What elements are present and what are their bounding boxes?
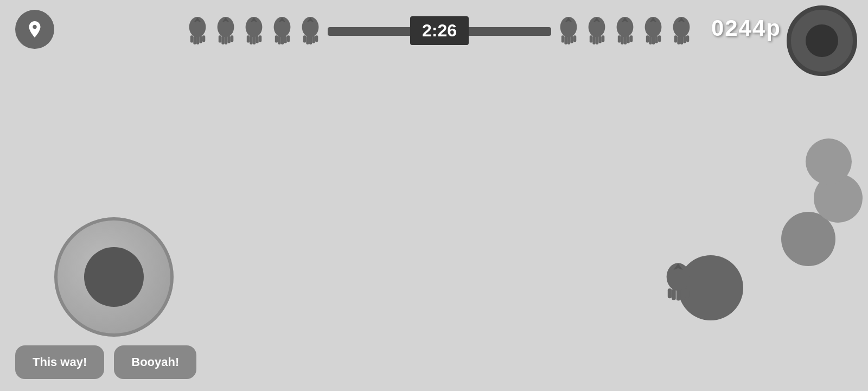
svg-rect-62 [658, 35, 661, 42]
svg-rect-13 [231, 35, 234, 42]
player-circle [54, 217, 174, 337]
svg-rect-61 [655, 36, 658, 43]
svg-rect-33 [312, 36, 315, 43]
svg-rect-16 [247, 35, 250, 42]
player-pupil [84, 247, 144, 307]
svg-rect-72 [668, 288, 672, 298]
progress-bar-container: 2:26 [184, 16, 694, 46]
svg-rect-65 [674, 35, 678, 42]
svg-rect-2 [190, 35, 194, 42]
svg-rect-73 [672, 289, 675, 300]
svg-rect-41 [573, 35, 577, 42]
svg-rect-32 [309, 36, 312, 44]
svg-rect-52 [621, 36, 624, 44]
svg-rect-46 [596, 36, 599, 44]
svg-rect-59 [649, 36, 652, 44]
squid-right-1 [556, 16, 582, 46]
svg-rect-11 [225, 36, 228, 44]
svg-rect-24 [278, 36, 281, 44]
svg-rect-69 [686, 35, 690, 42]
svg-rect-34 [315, 35, 318, 42]
svg-rect-74 [676, 289, 680, 300]
svg-rect-23 [275, 35, 278, 42]
svg-rect-26 [284, 36, 287, 43]
svg-rect-44 [590, 35, 593, 42]
this-way-button[interactable]: This way! [15, 345, 104, 379]
booyah-button[interactable]: Booyah! [114, 345, 196, 379]
svg-rect-54 [627, 36, 630, 43]
svg-rect-53 [624, 36, 627, 44]
svg-rect-6 [202, 35, 206, 42]
score-display: 0244p [711, 15, 781, 41]
svg-rect-39 [567, 36, 571, 44]
svg-rect-18 [253, 36, 256, 44]
right-team-squids [556, 16, 694, 46]
svg-rect-30 [303, 35, 307, 42]
svg-rect-20 [259, 35, 262, 42]
svg-rect-51 [618, 35, 621, 42]
svg-rect-10 [221, 36, 225, 44]
svg-rect-5 [199, 36, 202, 43]
svg-rect-31 [306, 36, 309, 44]
svg-rect-19 [256, 36, 259, 43]
bottom-buttons: This way! Booyah! [15, 345, 196, 379]
svg-rect-76 [685, 288, 689, 298]
svg-rect-12 [227, 36, 231, 43]
location-icon [25, 20, 44, 39]
svg-rect-38 [564, 36, 567, 44]
svg-rect-40 [570, 36, 573, 43]
squid-left-1 [184, 16, 210, 46]
svg-rect-37 [561, 35, 565, 42]
squid-left-4 [269, 16, 295, 46]
squid-right-2 [584, 16, 610, 46]
location-button[interactable] [15, 10, 54, 49]
svg-rect-58 [646, 35, 649, 42]
svg-rect-3 [193, 36, 196, 44]
svg-rect-27 [287, 35, 290, 42]
squid-right-5 [668, 16, 694, 46]
squid-left-5 [297, 16, 323, 46]
minimap-circle[interactable] [787, 5, 857, 76]
svg-rect-75 [681, 289, 685, 299]
svg-rect-9 [219, 35, 222, 42]
svg-rect-47 [598, 36, 602, 43]
progress-bar: 2:26 [328, 27, 551, 36]
svg-rect-45 [592, 36, 596, 44]
svg-rect-55 [630, 35, 633, 42]
svg-rect-66 [677, 36, 680, 44]
svg-rect-60 [652, 36, 655, 44]
left-team-squids [184, 16, 323, 46]
squid-left-3 [241, 16, 267, 46]
extra-circle-top-right [806, 138, 852, 185]
squid-right-3 [612, 16, 638, 46]
squid-left-2 [213, 16, 239, 46]
minimap-inner [806, 24, 838, 57]
svg-rect-48 [602, 35, 605, 42]
svg-rect-17 [250, 36, 253, 44]
svg-rect-25 [281, 36, 284, 44]
svg-rect-68 [683, 36, 686, 43]
svg-rect-4 [196, 36, 200, 44]
timer-display: 2:26 [410, 16, 469, 45]
svg-rect-67 [680, 36, 684, 44]
bottom-right-squid-icon [656, 261, 700, 307]
squid-right-4 [640, 16, 666, 46]
